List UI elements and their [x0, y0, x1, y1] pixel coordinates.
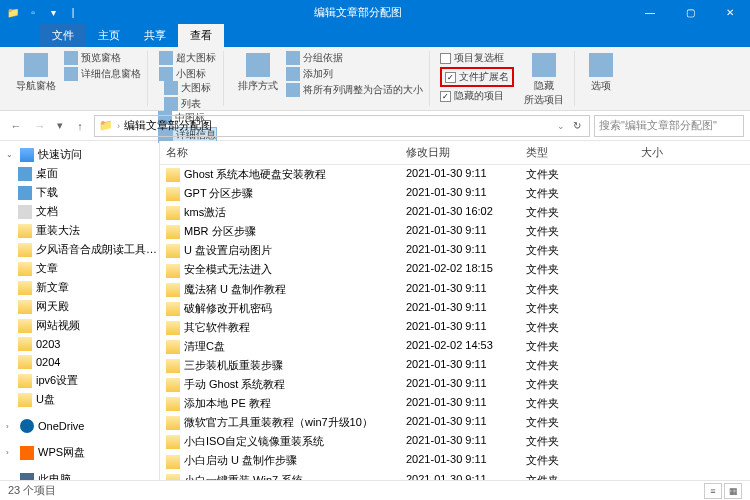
file-date: 2021-01-30 9:11 [400, 433, 520, 450]
file-row[interactable]: 手动 Ghost 系统教程2021-01-30 9:11文件夹 [160, 375, 750, 394]
col-name[interactable]: 名称 [160, 141, 400, 164]
view-icons-button[interactable]: ▦ [724, 483, 742, 499]
folder-icon [166, 168, 180, 182]
checkbox-icon [440, 53, 451, 64]
file-row[interactable]: 破解修改开机密码2021-01-30 9:11文件夹 [160, 299, 750, 318]
file-row[interactable]: 魔法猪 U 盘制作教程2021-01-30 9:11文件夹 [160, 280, 750, 299]
file-row[interactable]: 小白ISO自定义镜像重装系统2021-01-30 9:11文件夹 [160, 432, 750, 451]
sidebar-item[interactable]: 文档 [0, 202, 159, 221]
file-row[interactable]: MBR 分区步骤2021-01-30 9:11文件夹 [160, 222, 750, 241]
options-button[interactable]: 选项 [585, 51, 617, 95]
size-columns-button[interactable]: 将所有列调整为合适的大小 [286, 83, 423, 97]
sidebar-item[interactable]: U盘 [0, 390, 159, 409]
file-size [600, 223, 670, 240]
sidebar-item[interactable]: 0204 [0, 353, 159, 371]
sidebar-item[interactable]: 网站视频 [0, 316, 159, 335]
breadcrumb-dropdown-icon[interactable]: ⌄ [557, 121, 565, 131]
refresh-button[interactable]: ↻ [569, 120, 585, 131]
star-icon [20, 148, 34, 162]
sidebar-wps[interactable]: ›WPS网盘 [0, 443, 159, 462]
file-ext-toggle[interactable]: 文件扩展名 [440, 67, 514, 87]
file-type: 文件夹 [520, 261, 600, 278]
sidebar-item-label: 文档 [36, 204, 58, 219]
file-row[interactable]: U 盘设置启动图片2021-01-30 9:11文件夹 [160, 241, 750, 260]
file-row[interactable]: 三步装机版重装步骤2021-01-30 9:11文件夹 [160, 356, 750, 375]
search-placeholder: 搜索"编辑文章部分配图" [599, 118, 717, 133]
file-date: 2021-02-02 18:15 [400, 261, 520, 278]
file-name: kms激活 [184, 206, 226, 218]
layout-small-icons[interactable]: 小图标 [159, 67, 216, 81]
sidebar-item[interactable]: 网天殿 [0, 297, 159, 316]
details-pane-button[interactable]: 详细信息窗格 [64, 67, 141, 81]
sidebar-item[interactable]: 0203 [0, 335, 159, 353]
breadcrumb[interactable]: 📁 › 编辑文章部分配图 ⌄ ↻ [94, 115, 590, 137]
back-button[interactable]: ← [6, 116, 26, 136]
search-input[interactable]: 搜索"编辑文章部分配图" [594, 115, 744, 137]
hidden-items-toggle[interactable]: 隐藏的项目 [440, 89, 514, 103]
sidebar-item-label: 夕风语音合成朗读工具… [36, 242, 157, 257]
folder-icon: 📁 [4, 4, 22, 22]
file-size [600, 357, 670, 374]
layout-large-icons[interactable]: 大图标 [164, 81, 211, 95]
status-bar: 23 个项目 ≡ ▦ [0, 480, 750, 500]
up-button[interactable]: ↑ [70, 116, 90, 136]
file-row[interactable]: Ghost 系统本地硬盘安装教程2021-01-30 9:11文件夹 [160, 165, 750, 184]
layout-list[interactable]: 列表 [164, 97, 211, 111]
sidebar-item[interactable]: 下载 [0, 183, 159, 202]
group-by-button[interactable]: 分组依据 [286, 51, 423, 65]
sidebar-item[interactable]: 桌面 [0, 164, 159, 183]
file-row[interactable]: 清理C盘2021-02-02 14:53文件夹 [160, 337, 750, 356]
file-type: 文件夹 [520, 281, 600, 298]
file-row[interactable]: 安全模式无法进入2021-02-02 18:15文件夹 [160, 260, 750, 279]
col-date[interactable]: 修改日期 [400, 141, 520, 164]
file-row[interactable]: 微软官方工具重装教程（win7升级10）2021-01-30 9:11文件夹 [160, 413, 750, 432]
file-name: MBR 分区步骤 [184, 225, 256, 237]
tab-view[interactable]: 查看 [178, 24, 224, 47]
tab-home[interactable]: 主页 [86, 24, 132, 47]
col-size[interactable]: 大小 [600, 141, 670, 164]
sidebar-onedrive[interactable]: ›OneDrive [0, 417, 159, 435]
sidebar-item[interactable]: 夕风语音合成朗读工具… [0, 240, 159, 259]
sidebar-item[interactable]: 重装大法 [0, 221, 159, 240]
qat-item-icon[interactable]: ▫ [24, 4, 42, 22]
hide-selected-button[interactable]: 隐藏 所选项目 [520, 51, 568, 109]
sidebar-item[interactable]: ipv6设置 [0, 371, 159, 390]
window-title: 编辑文章部分配图 [86, 5, 630, 20]
item-checkboxes-toggle[interactable]: 项目复选框 [440, 51, 514, 65]
tab-share[interactable]: 共享 [132, 24, 178, 47]
chevron-right-icon: › [6, 448, 16, 457]
folder-icon [166, 225, 180, 239]
sidebar-item-label: 网天殿 [36, 299, 69, 314]
close-button[interactable]: ✕ [710, 0, 750, 25]
file-row[interactable]: GPT 分区步骤2021-01-30 9:11文件夹 [160, 184, 750, 203]
file-row[interactable]: 其它软件教程2021-01-30 9:11文件夹 [160, 318, 750, 337]
add-columns-button[interactable]: 添加列 [286, 67, 423, 81]
file-row[interactable]: 添加本地 PE 教程2021-01-30 9:11文件夹 [160, 394, 750, 413]
breadcrumb-item[interactable]: 编辑文章部分配图 [124, 118, 212, 133]
folder-icon [18, 374, 32, 388]
file-row[interactable]: 小白启动 U 盘制作步骤2021-01-30 9:11文件夹 [160, 451, 750, 470]
sidebar-item[interactable]: 新文章 [0, 278, 159, 297]
recent-dropdown[interactable]: ▾ [54, 116, 66, 136]
sort-by-button[interactable]: 排序方式 [234, 51, 282, 97]
sidebar-quick-access[interactable]: ⌄快速访问 [0, 145, 159, 164]
sort-by-icon [246, 53, 270, 77]
nav-pane-button[interactable]: 导航窗格 [12, 51, 60, 95]
file-size [600, 338, 670, 355]
file-row[interactable]: kms激活2021-01-30 16:02文件夹 [160, 203, 750, 222]
sidebar-item[interactable]: 文章 [0, 259, 159, 278]
qat-down-icon[interactable]: ▾ [44, 4, 62, 22]
maximize-button[interactable]: ▢ [670, 0, 710, 25]
folder-icon [166, 340, 180, 354]
forward-button[interactable]: → [30, 116, 50, 136]
layout-xl-icons[interactable]: 超大图标 [159, 51, 216, 65]
file-size [600, 261, 670, 278]
col-type[interactable]: 类型 [520, 141, 600, 164]
file-size [600, 185, 670, 202]
folder-icon [166, 206, 180, 220]
preview-pane-button[interactable]: 预览窗格 [64, 51, 141, 65]
view-details-button[interactable]: ≡ [704, 483, 722, 499]
nav-pane-label: 导航窗格 [16, 79, 56, 93]
tab-file[interactable]: 文件 [40, 24, 86, 47]
minimize-button[interactable]: — [630, 0, 670, 25]
